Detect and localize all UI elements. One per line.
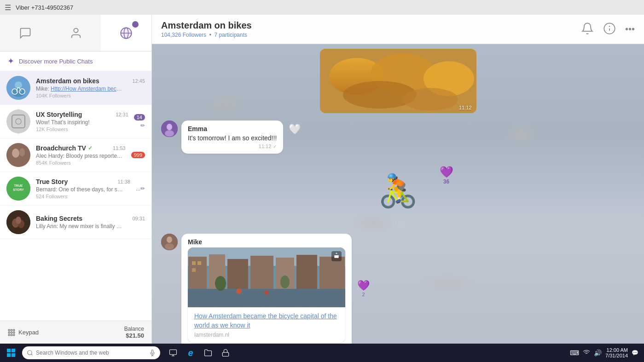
taskbar-multidesktop[interactable] [165, 345, 181, 361]
svg-point-40 [403, 88, 458, 111]
sidebar: ✦ Discover more Public Chats [0, 15, 152, 344]
chat-background[interactable]: 11:12 Emma It's [152, 44, 644, 344]
microphone-icon [149, 350, 156, 356]
chat-name-broadchurch: Broadchurch TV ✓ [36, 144, 93, 152]
chat-item-broadchurch[interactable]: Broadchurch TV ✓ 11:53 Alec Hardy: Blood… [0, 138, 151, 172]
chat-followers-broadchurch: 854K Followers [36, 160, 126, 166]
sticker-bicycle: 🚴 [361, 161, 435, 221]
taskbar-security[interactable] [217, 345, 234, 361]
search-input[interactable] [36, 350, 146, 356]
sticker-likes[interactable]: 💜 36 [440, 166, 453, 185]
chat-meta-truestory: ...✏ [136, 185, 145, 192]
chat-item-amsterdam[interactable]: Amsterdam on bikes 12:45 Mike: Http://Ho… [0, 71, 151, 105]
search-bar[interactable] [22, 346, 160, 359]
link-domain: Iamsterdam.nl [194, 332, 339, 338]
sticker-time: 11:32 [392, 221, 405, 226]
svg-rect-29 [8, 334, 10, 335]
svg-point-62 [215, 276, 226, 291]
notification-button[interactable] [581, 22, 594, 37]
avatar-broadchurch [6, 143, 30, 167]
avatar-emma [161, 121, 178, 137]
chat-preview-ux: Wow! That's inspiring! [36, 119, 123, 126]
link-card-image [188, 247, 345, 307]
clock-date: 12:00 AM 7/31/2014 [605, 347, 628, 358]
svg-rect-65 [12, 349, 15, 352]
avatar-amsterdam [6, 76, 30, 100]
link-card[interactable]: How Amsterdam became the bicycle capital… [188, 247, 345, 343]
chat-time-truestory: 11:38 [117, 179, 130, 184]
read-emma: ✓ [273, 144, 277, 149]
svg-rect-66 [7, 353, 11, 357]
chat-preview-broadchurch: Alec Hardy: Bloody press reporters. Elli… [36, 153, 123, 159]
svg-rect-67 [12, 353, 15, 357]
chat-item-ux[interactable]: UX Storytelling 12:31 Wow! That's inspir… [0, 105, 151, 138]
chat-header: Amsterdam on bikes 104,326 Followers • 7… [152, 15, 644, 44]
sidebar-bottom: Keypad Balance $21.50 [0, 321, 151, 344]
tab-chats[interactable] [0, 15, 51, 51]
discover-bar[interactable]: ✦ Discover more Public Chats [0, 52, 151, 71]
svg-point-14 [12, 149, 19, 158]
balance-label: Balance [124, 326, 144, 332]
like-mike[interactable]: 💜 2 [357, 280, 370, 297]
edit-icon-truestory: ...✏ [136, 185, 145, 192]
app-container: ✦ Discover more Public Chats [0, 15, 644, 344]
svg-rect-51 [227, 259, 248, 289]
svg-rect-31 [13, 334, 15, 335]
followers-count: 104,326 Followers [161, 32, 206, 38]
svg-rect-58 [192, 268, 196, 272]
app-title: Viber +731-49502367 [16, 4, 73, 11]
participants-count: 7 participants [215, 32, 247, 38]
image-timestamp: 11:12 [459, 105, 472, 110]
like-emma[interactable]: 🤍 [289, 123, 301, 135]
chat-name-ux: UX Storytelling [36, 111, 82, 118]
bubble-emma: Emma It's tomorrow! I am so excited!!! 1… [181, 121, 283, 154]
chat-info-broadchurch: Broadchurch TV ✓ 11:53 Alec Hardy: Blood… [36, 144, 126, 166]
network-icon[interactable] [583, 349, 590, 357]
tab-contacts[interactable] [51, 15, 101, 51]
chat-name-baking: Baking Secrets [36, 215, 82, 222]
svg-point-45 [167, 236, 172, 243]
svg-rect-28 [13, 332, 15, 333]
svg-point-43 [165, 130, 174, 137]
discover-text: Discover more Public Chats [19, 58, 93, 65]
food-image: 11:12 [320, 49, 476, 113]
chat-item-baking[interactable]: Baking Secrets 09:31 Lilly Ann: My new m… [0, 206, 151, 239]
svg-rect-56 [192, 261, 196, 265]
keypad-button[interactable]: Keypad [7, 328, 39, 337]
chat-info-truestory: True Story 11:38 Bernard: One of these d… [36, 178, 130, 199]
menu-icon[interactable]: ☰ [5, 3, 11, 12]
svg-rect-69 [170, 350, 177, 355]
svg-text:TRUE: TRUE [14, 184, 23, 187]
clock: 12:00 AM [605, 347, 628, 353]
more-button[interactable]: ••• [625, 24, 635, 34]
svg-point-60 [236, 288, 242, 294]
tab-public-chats[interactable] [101, 15, 151, 51]
balance-info: Balance $21.50 [124, 326, 144, 339]
public-chats-badge [132, 21, 139, 28]
chat-time-baking: 09:31 [132, 216, 145, 221]
svg-point-68 [28, 351, 32, 355]
start-button[interactable] [2, 344, 20, 362]
chat-list: Amsterdam on bikes 12:45 Mike: Http://Ho… [0, 71, 151, 321]
sender-emma: Emma [188, 125, 277, 132]
chat-name-amsterdam: Amsterdam on bikes [36, 77, 99, 85]
avatar-mike [161, 234, 178, 250]
sender-mike: Mike [188, 238, 345, 246]
svg-rect-57 [197, 261, 201, 265]
notifications-icon[interactable]: 💬 [632, 350, 638, 356]
message-emma: Emma It's tomorrow! I am so excited!!! 1… [161, 121, 635, 154]
link-card-body: How Amsterdam became the bicycle capital… [188, 307, 345, 343]
svg-point-22 [16, 217, 21, 224]
info-button[interactable] [603, 22, 616, 37]
volume-icon[interactable]: 🔊 [594, 349, 602, 356]
svg-point-46 [165, 243, 174, 250]
balance-amount: $21.50 [124, 332, 144, 339]
taskbar-edge[interactable]: e [182, 345, 199, 361]
channel-title-group: Amsterdam on bikes 104,326 Followers • 7… [161, 20, 252, 38]
link-title: How Amsterdam became the bicycle capital… [194, 312, 339, 330]
chat-item-truestory[interactable]: TRUE STORY True Story 11:38 Bernard: One… [0, 172, 151, 206]
taskbar-explorer[interactable] [200, 345, 216, 361]
chat-followers-ux: 12K Followers [36, 126, 128, 132]
svg-rect-55 [319, 257, 345, 289]
keyboard-icon[interactable]: ⌨ [570, 349, 579, 356]
